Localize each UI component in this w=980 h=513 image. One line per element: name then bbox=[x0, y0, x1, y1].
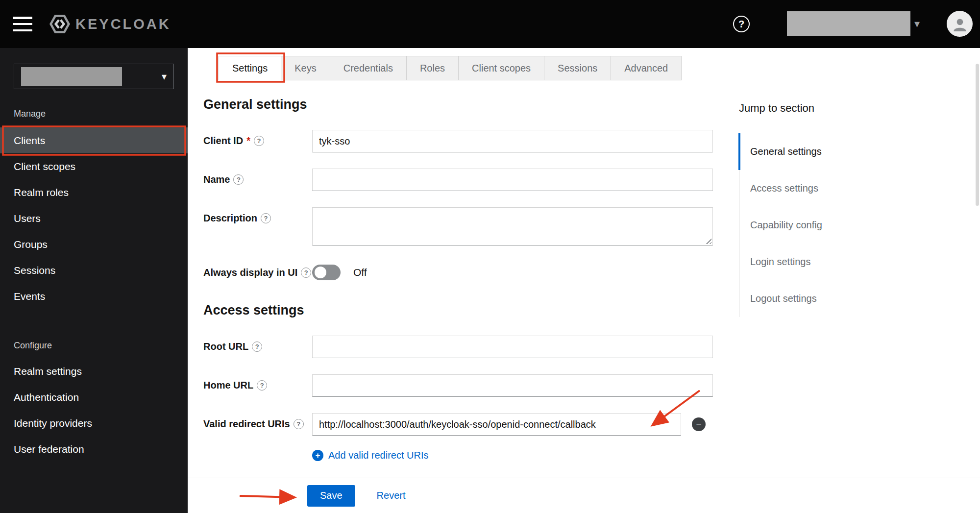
toggle-knob bbox=[315, 267, 326, 278]
sidebar-item-groups[interactable]: Groups bbox=[0, 231, 188, 257]
jump-link-capability-config[interactable]: Capability config bbox=[739, 207, 910, 244]
scrollbar[interactable] bbox=[976, 64, 979, 206]
always-display-help-icon[interactable]: ? bbox=[301, 268, 311, 278]
jump-nav: Jump to section General settings Access … bbox=[739, 102, 910, 317]
redirect-uri-row: Valid redirect URIs ? − bbox=[203, 413, 713, 436]
tab-advanced[interactable]: Advanced bbox=[611, 56, 682, 80]
settings-form: General settings Client ID * ? Name ? De… bbox=[203, 97, 713, 461]
jump-list: General settings Access settings Capabil… bbox=[739, 133, 910, 317]
redirect-uri-label: Valid redirect URIs ? bbox=[203, 413, 312, 430]
home-url-input[interactable] bbox=[312, 374, 713, 397]
tab-bar: Settings Keys Credentials Roles Client s… bbox=[219, 56, 682, 80]
always-display-row: Always display in UI ? Off bbox=[203, 262, 713, 283]
sidebar-item-clients[interactable]: Clients bbox=[0, 127, 188, 153]
sidebar: ▾ Manage Clients Client scopes Realm rol… bbox=[0, 48, 188, 513]
client-id-row: Client ID * ? bbox=[203, 130, 713, 152]
user-icon bbox=[952, 16, 968, 32]
tab-roles[interactable]: Roles bbox=[406, 56, 459, 80]
client-id-help-icon[interactable]: ? bbox=[254, 136, 264, 146]
description-label: Description ? bbox=[203, 207, 312, 224]
avatar[interactable] bbox=[947, 11, 973, 37]
sidebar-item-client-scopes[interactable]: Client scopes bbox=[0, 153, 188, 179]
main-content: Settings Keys Credentials Roles Client s… bbox=[188, 48, 980, 513]
realm-name-redacted bbox=[21, 67, 122, 86]
chevron-down-icon[interactable]: ▾ bbox=[914, 18, 920, 30]
home-url-label: Home URL ? bbox=[203, 374, 312, 391]
sidebar-item-user-federation[interactable]: User federation bbox=[0, 436, 188, 462]
toggle-state-label: Off bbox=[353, 267, 367, 278]
keycloak-logo-icon bbox=[49, 13, 71, 35]
sidebar-section-manage: Manage bbox=[0, 109, 188, 120]
sidebar-item-realm-roles[interactable]: Realm roles bbox=[0, 179, 188, 205]
tab-credentials[interactable]: Credentials bbox=[330, 56, 407, 80]
jump-link-general-settings[interactable]: General settings bbox=[739, 133, 910, 170]
help-icon[interactable]: ? bbox=[733, 16, 750, 32]
hamburger-menu-icon[interactable] bbox=[13, 17, 32, 31]
action-bar: Save Revert bbox=[188, 478, 980, 513]
general-settings-heading: General settings bbox=[203, 97, 713, 112]
tab-settings[interactable]: Settings bbox=[219, 56, 281, 80]
add-redirect-uri-label: Add valid redirect URIs bbox=[328, 450, 429, 461]
jump-link-logout-settings[interactable]: Logout settings bbox=[739, 280, 910, 317]
sidebar-configure-list: Realm settings Authentication Identity p… bbox=[0, 358, 188, 462]
remove-redirect-uri-button[interactable]: − bbox=[692, 417, 706, 431]
client-id-label: Client ID * ? bbox=[203, 130, 312, 147]
redirect-uri-help-icon[interactable]: ? bbox=[294, 419, 304, 429]
user-dropdown[interactable] bbox=[787, 11, 910, 36]
always-display-toggle[interactable] bbox=[312, 265, 341, 280]
name-help-icon[interactable]: ? bbox=[233, 174, 244, 185]
plus-circle-icon: + bbox=[312, 450, 323, 461]
description-row: Description ? bbox=[203, 207, 713, 245]
top-header: KEYCLOAK ? ▾ bbox=[0, 0, 980, 48]
sidebar-section-configure: Configure bbox=[0, 341, 188, 351]
sidebar-item-users[interactable]: Users bbox=[0, 205, 188, 231]
tab-keys[interactable]: Keys bbox=[281, 56, 330, 80]
sidebar-manage-list: Clients Client scopes Realm roles Users … bbox=[0, 127, 188, 309]
add-redirect-uri-button[interactable]: + Add valid redirect URIs bbox=[312, 450, 713, 461]
name-label: Name ? bbox=[203, 169, 312, 185]
tab-client-scopes[interactable]: Client scopes bbox=[458, 56, 544, 80]
revert-button[interactable]: Revert bbox=[377, 490, 406, 501]
root-url-help-icon[interactable]: ? bbox=[252, 342, 262, 352]
jump-link-access-settings[interactable]: Access settings bbox=[739, 170, 910, 207]
sidebar-item-realm-settings[interactable]: Realm settings bbox=[0, 358, 188, 384]
home-url-row: Home URL ? bbox=[203, 374, 713, 397]
description-textarea-wrap bbox=[312, 207, 713, 245]
realm-selector[interactable]: ▾ bbox=[14, 64, 174, 89]
description-help-icon[interactable]: ? bbox=[261, 213, 271, 223]
save-button[interactable]: Save bbox=[307, 485, 355, 507]
sidebar-item-events[interactable]: Events bbox=[0, 283, 188, 309]
home-url-help-icon[interactable]: ? bbox=[257, 380, 267, 391]
minus-circle-icon: − bbox=[696, 418, 701, 431]
name-input[interactable] bbox=[312, 169, 713, 191]
brand-name: KEYCLOAK bbox=[75, 16, 171, 32]
required-asterisk: * bbox=[246, 135, 250, 147]
root-url-input[interactable] bbox=[312, 336, 713, 358]
access-settings-heading: Access settings bbox=[203, 303, 713, 318]
root-url-label: Root URL ? bbox=[203, 336, 312, 352]
sidebar-item-identity-providers[interactable]: Identity providers bbox=[0, 410, 188, 436]
redirect-uri-input[interactable] bbox=[312, 413, 681, 436]
keycloak-logo: KEYCLOAK bbox=[49, 13, 171, 35]
jump-link-login-settings[interactable]: Login settings bbox=[739, 244, 910, 280]
name-row: Name ? bbox=[203, 169, 713, 191]
sidebar-item-sessions[interactable]: Sessions bbox=[0, 257, 188, 283]
sidebar-item-authentication[interactable]: Authentication bbox=[0, 384, 188, 410]
jump-title: Jump to section bbox=[739, 102, 910, 115]
always-display-label: Always display in UI ? bbox=[203, 267, 312, 278]
client-id-input[interactable] bbox=[312, 130, 713, 152]
chevron-down-icon: ▾ bbox=[162, 71, 167, 82]
description-textarea[interactable] bbox=[312, 207, 713, 245]
tab-sessions[interactable]: Sessions bbox=[544, 56, 611, 80]
root-url-row: Root URL ? bbox=[203, 336, 713, 358]
